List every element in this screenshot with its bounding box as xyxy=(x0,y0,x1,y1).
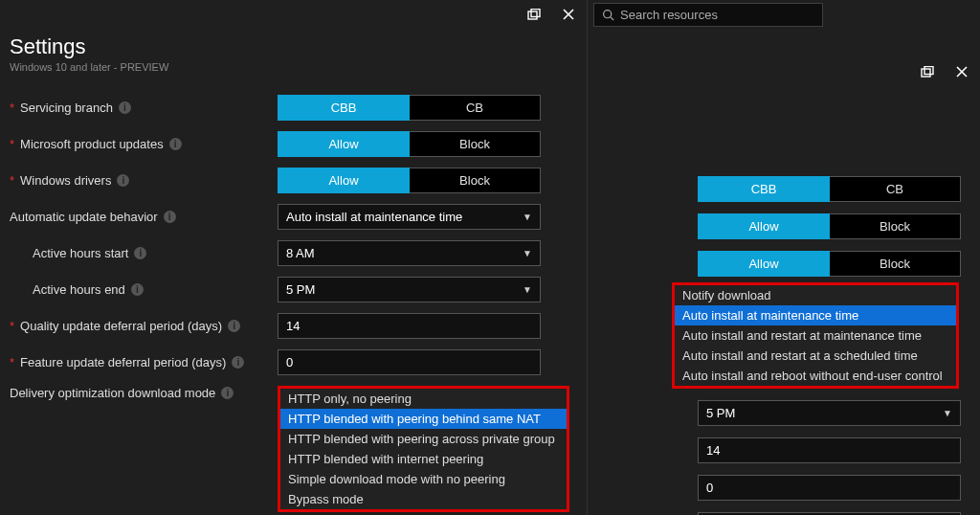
select-value: 8 AM xyxy=(286,246,315,260)
chevron-down-icon: ▼ xyxy=(523,212,532,222)
label-product-updates: Microsoft product updates xyxy=(20,137,164,151)
chevron-down-icon: ▼ xyxy=(943,408,952,418)
feature-deferral-input[interactable]: 0 xyxy=(278,349,541,375)
dropdown-option[interactable]: HTTP blended with peering across private… xyxy=(280,429,567,449)
info-icon[interactable]: i xyxy=(232,356,244,369)
info-icon[interactable]: i xyxy=(119,101,131,114)
servicing-branch-toggle[interactable]: CBB CB xyxy=(698,176,961,202)
page-subtitle: Windows 10 and later - PREVIEW xyxy=(10,61,577,73)
dropdown-option[interactable]: Auto install and restart at a scheduled … xyxy=(675,346,956,366)
dropdown-option[interactable]: Auto install and reboot without end-user… xyxy=(675,366,956,386)
product-updates-toggle[interactable]: Allow Block xyxy=(278,131,541,157)
dropdown-option[interactable]: Notify download xyxy=(675,285,956,305)
select-value: 5 PM xyxy=(706,406,735,420)
select-value: Auto install at maintenance time xyxy=(286,210,462,224)
dropdown-option[interactable]: Bypass mode xyxy=(280,489,567,509)
active-hours-end-select[interactable]: 5 PM ▼ xyxy=(278,277,541,302)
page-title: Settings xyxy=(10,34,577,59)
info-icon[interactable]: i xyxy=(117,174,129,187)
dropdown-option[interactable]: HTTP blended with internet peering xyxy=(280,449,567,469)
feature-deferral-input[interactable]: 0 xyxy=(698,475,961,501)
svg-rect-1 xyxy=(531,10,540,17)
svg-rect-7 xyxy=(924,67,933,75)
toggle-block[interactable]: Block xyxy=(830,213,961,239)
auto-update-behavior-dropdown[interactable]: Notify downloadAuto install at maintenan… xyxy=(672,282,959,389)
label-quality-deferral: Quality update deferral period (days) xyxy=(20,319,222,333)
product-updates-toggle[interactable]: Allow Block xyxy=(698,213,961,239)
svg-rect-0 xyxy=(528,11,537,19)
windows-drivers-toggle[interactable]: Allow Block xyxy=(278,168,541,193)
info-icon[interactable]: i xyxy=(221,387,234,399)
dropdown-option[interactable]: HTTP only, no peering xyxy=(280,389,567,409)
label-active-hours-start: Active hours start xyxy=(33,246,128,260)
delivery-mode-dropdown[interactable]: HTTP only, no peeringHTTP blended with p… xyxy=(278,386,569,512)
active-hours-end-select[interactable]: 5 PM ▼ xyxy=(698,400,961,426)
label-delivery-mode: Delivery optimization download mode xyxy=(10,386,215,400)
active-hours-start-select[interactable]: 8 AM ▼ xyxy=(278,240,541,266)
label-feature-deferral: Feature update deferral period (days) xyxy=(20,355,226,369)
toggle-cb[interactable]: CB xyxy=(410,95,541,121)
dropdown-option[interactable]: Auto install at maintenance time xyxy=(675,305,956,325)
info-icon[interactable]: i xyxy=(164,211,176,223)
chevron-down-icon: ▼ xyxy=(523,248,532,258)
close-button[interactable] xyxy=(949,61,974,82)
label-windows-drivers: Windows drivers xyxy=(20,173,111,188)
toggle-allow[interactable]: Allow xyxy=(698,213,830,239)
info-icon[interactable]: i xyxy=(169,138,182,150)
toggle-cbb[interactable]: CBB xyxy=(278,95,410,121)
dropdown-option[interactable]: Auto install and restart at maintenance … xyxy=(675,325,956,346)
label-active-hours-end: Active hours end xyxy=(33,282,125,297)
quality-deferral-input[interactable]: 14 xyxy=(278,313,541,339)
search-placeholder: Search resources xyxy=(620,8,718,22)
restore-button[interactable] xyxy=(522,4,546,25)
quality-deferral-input[interactable]: 14 xyxy=(698,437,961,463)
close-button[interactable] xyxy=(556,4,581,25)
select-value: 5 PM xyxy=(286,282,315,297)
label-servicing-branch: Servicing branch xyxy=(20,101,113,115)
settings-window-1: Settings Windows 10 and later - PREVIEW … xyxy=(0,0,588,515)
svg-point-4 xyxy=(604,10,612,17)
page-heading: Settings Windows 10 and later - PREVIEW xyxy=(0,29,587,84)
toggle-allow[interactable]: Allow xyxy=(278,168,410,193)
info-icon[interactable]: i xyxy=(131,283,144,296)
info-icon[interactable]: i xyxy=(228,320,240,332)
dropdown-option[interactable]: HTTP blended with peering behind same NA… xyxy=(280,409,567,429)
toggle-cb[interactable]: CB xyxy=(830,176,961,202)
titlebar-2b xyxy=(588,57,980,86)
dropdown-option[interactable]: Simple download mode with no peering xyxy=(280,469,567,489)
titlebar-1 xyxy=(0,0,587,29)
windows-drivers-toggle[interactable]: Allow Block xyxy=(698,251,961,277)
toggle-allow[interactable]: Allow xyxy=(278,131,410,157)
svg-line-5 xyxy=(611,16,613,19)
titlebar-2: Search resources xyxy=(588,0,980,29)
settings-form-1: *Servicing branchi CBB CB *Microsoft pro… xyxy=(0,95,587,400)
settings-form-2: CBB CB Allow Block Allow Block Notify do… xyxy=(588,170,980,515)
toggle-block[interactable]: Block xyxy=(830,251,961,277)
auto-update-behavior-select[interactable]: Auto install at maintenance time ▼ xyxy=(278,204,541,230)
toggle-allow[interactable]: Allow xyxy=(698,251,830,277)
search-input[interactable]: Search resources xyxy=(593,3,823,27)
settings-window-2: Search resources CBB CB Allow Block Allo… xyxy=(588,0,980,515)
search-icon xyxy=(602,9,614,21)
chevron-down-icon: ▼ xyxy=(523,284,532,295)
toggle-cbb[interactable]: CBB xyxy=(698,176,830,202)
servicing-branch-toggle[interactable]: CBB CB xyxy=(278,95,541,121)
restore-button[interactable] xyxy=(915,61,940,82)
toggle-block[interactable]: Block xyxy=(410,131,541,157)
info-icon[interactable]: i xyxy=(134,247,146,259)
svg-rect-6 xyxy=(922,69,930,77)
toggle-block[interactable]: Block xyxy=(410,168,541,193)
label-auto-update-behavior: Automatic update behavior xyxy=(10,210,158,224)
